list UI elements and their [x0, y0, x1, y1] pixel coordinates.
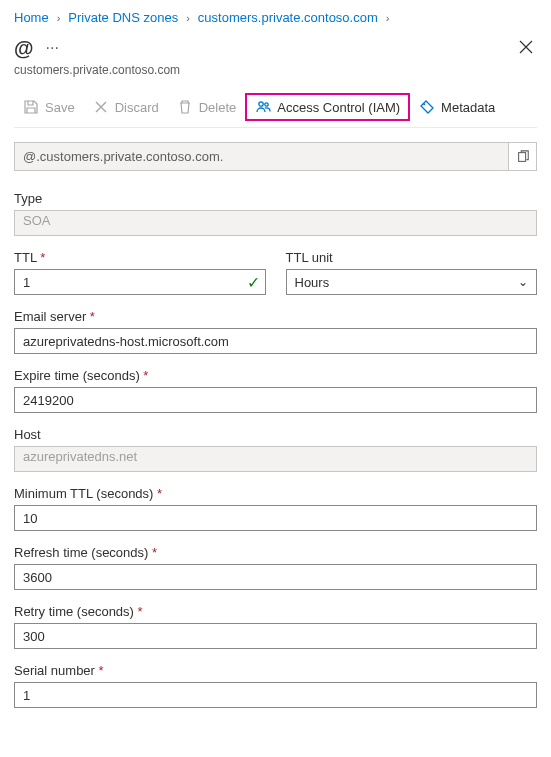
svg-rect-3: [518, 152, 525, 161]
tag-icon: [419, 99, 435, 115]
ttl-label: TTL: [14, 250, 266, 265]
svg-point-0: [259, 102, 263, 106]
retry-time-input[interactable]: [14, 623, 537, 649]
discard-button: Discard: [84, 93, 168, 121]
delete-button: Delete: [168, 93, 246, 121]
chevron-right-icon: ›: [57, 12, 61, 24]
refresh-time-label: Refresh time (seconds): [14, 545, 537, 560]
fqdn-display: @.customers.private.contoso.com.: [14, 142, 537, 171]
svg-point-1: [265, 103, 268, 106]
minimum-ttl-input[interactable]: [14, 505, 537, 531]
copy-icon: [516, 150, 530, 164]
serial-number-label: Serial number: [14, 663, 537, 678]
chevron-right-icon: ›: [386, 12, 390, 24]
save-icon: [23, 99, 39, 115]
toolbar: Save Discard Delete Access Control (IAM)…: [14, 93, 537, 128]
refresh-time-input[interactable]: [14, 564, 537, 590]
retry-time-label: Retry time (seconds): [14, 604, 537, 619]
ttl-unit-select[interactable]: Hours ⌄: [286, 269, 538, 295]
page-subtitle: customers.private.contoso.com: [14, 63, 537, 77]
page-title: @: [14, 37, 34, 60]
close-icon: [519, 40, 533, 54]
delete-icon: [177, 99, 193, 115]
discard-icon: [93, 99, 109, 115]
metadata-button[interactable]: Metadata: [410, 93, 504, 121]
breadcrumb-zone[interactable]: customers.private.contoso.com: [198, 10, 378, 25]
check-icon: ✓: [247, 273, 260, 292]
fqdn-text: @.customers.private.contoso.com.: [15, 143, 508, 170]
breadcrumb-home[interactable]: Home: [14, 10, 49, 25]
expire-time-label: Expire time (seconds): [14, 368, 537, 383]
minimum-ttl-label: Minimum TTL (seconds): [14, 486, 537, 501]
serial-number-input[interactable]: [14, 682, 537, 708]
svg-point-2: [423, 103, 425, 105]
save-button: Save: [14, 93, 84, 121]
host-field: azureprivatedns.net: [14, 446, 537, 472]
ttl-input[interactable]: [14, 269, 266, 295]
breadcrumb-zones[interactable]: Private DNS zones: [68, 10, 178, 25]
people-icon: [255, 99, 271, 115]
host-label: Host: [14, 427, 537, 442]
more-menu-button[interactable]: ···: [44, 40, 61, 56]
email-server-input[interactable]: [14, 328, 537, 354]
email-server-label: Email server: [14, 309, 537, 324]
expire-time-input[interactable]: [14, 387, 537, 413]
chevron-right-icon: ›: [186, 12, 190, 24]
type-field: SOA: [14, 210, 537, 236]
chevron-down-icon: ⌄: [518, 275, 528, 289]
ttl-unit-label: TTL unit: [286, 250, 538, 265]
breadcrumb: Home › Private DNS zones › customers.pri…: [14, 8, 537, 35]
close-button[interactable]: [515, 35, 537, 61]
copy-button[interactable]: [508, 143, 536, 170]
access-control-button[interactable]: Access Control (IAM): [245, 93, 410, 121]
type-label: Type: [14, 191, 537, 206]
